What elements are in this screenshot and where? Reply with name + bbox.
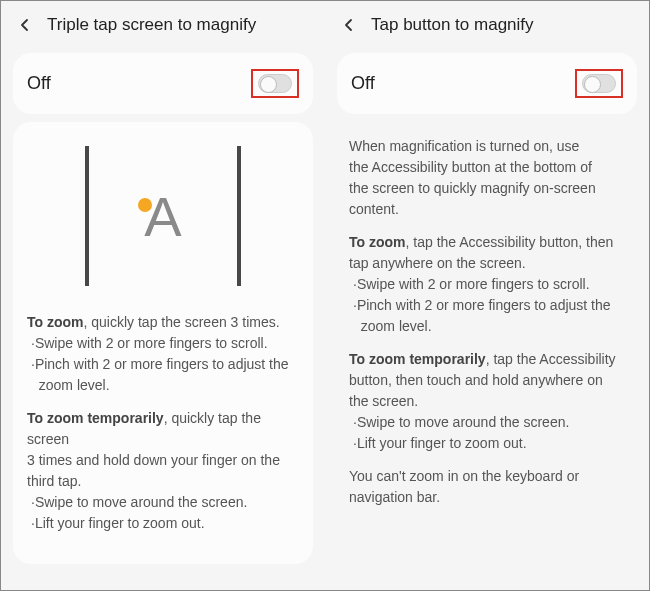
zoom-bullet-2: ·Pinch with 2 or more fingers to adjust … [27, 356, 289, 372]
temp-l2: 3 times and hold down your finger on the [27, 452, 280, 468]
intro-l2: the Accessibility button at the bottom o… [349, 159, 592, 175]
back-icon[interactable] [339, 15, 359, 35]
temp-paragraph: To zoom temporarily, tap the Accessibili… [349, 349, 625, 454]
temp-l2: button, then touch and hold anywhere on [349, 372, 603, 388]
note-paragraph: You can't zoom in on the keyboard or nav… [349, 466, 625, 508]
back-icon[interactable] [15, 15, 35, 35]
temp-bold: To zoom temporarily [349, 351, 486, 367]
page-title: Tap button to magnify [371, 15, 534, 35]
temp-text: , tap the Accessibility [486, 351, 616, 367]
zoom-paragraph: To zoom, tap the Accessibility button, t… [349, 232, 625, 337]
temp-bullet-1: ·Swipe to move around the screen. [27, 494, 247, 510]
zoom-bullet-2b: zoom level. [349, 318, 432, 334]
temp-bullet-2: ·Lift your finger to zoom out. [27, 515, 205, 531]
instructions: When magnification is turned on, use the… [325, 122, 649, 534]
intro-l4: content. [349, 201, 399, 217]
temp-bullet-2: ·Lift your finger to zoom out. [349, 435, 527, 451]
intro-paragraph: When magnification is turned on, use the… [349, 136, 625, 220]
master-toggle-row[interactable]: Off [13, 53, 313, 114]
zoom-paragraph: To zoom, quickly tap the screen 3 times.… [27, 312, 299, 396]
zoom-bullet-2: ·Pinch with 2 or more fingers to adjust … [349, 297, 611, 313]
temp-bold: To zoom temporarily [27, 410, 164, 426]
temp-bullet-1: ·Swipe to move around the screen. [349, 414, 569, 430]
toggle-switch[interactable] [582, 74, 616, 93]
temp-paragraph: To zoom temporarily, quickly tap the scr… [27, 408, 299, 534]
toggle-switch[interactable] [258, 74, 292, 93]
zoom-bullet-2b: zoom level. [27, 377, 110, 393]
header: Triple tap screen to magnify [1, 1, 325, 45]
zoom-text: , tap the Accessibility button, then [406, 234, 614, 250]
temp-l3: the screen. [349, 393, 418, 409]
note-l1: You can't zoom in on the keyboard or [349, 468, 579, 484]
toggle-label: Off [351, 73, 375, 94]
zoom-bullet-1: ·Swipe with 2 or more fingers to scroll. [27, 335, 268, 351]
toggle-highlight [251, 69, 299, 98]
toggle-highlight [575, 69, 623, 98]
zoom-l2: tap anywhere on the screen. [349, 255, 526, 271]
toggle-label: Off [27, 73, 51, 94]
illustration-letter-a: A [144, 184, 181, 249]
master-toggle-row[interactable]: Off [337, 53, 637, 114]
temp-l3: third tap. [27, 473, 81, 489]
note-l2: navigation bar. [349, 489, 440, 505]
zoom-bullet-1: ·Swipe with 2 or more fingers to scroll. [349, 276, 590, 292]
panel-tap-button: Tap button to magnify Off When magnifica… [325, 1, 649, 590]
header: Tap button to magnify [325, 1, 649, 45]
zoom-bold: To zoom [27, 314, 84, 330]
illustration-bar-left [85, 146, 89, 286]
content-card: A To zoom, quickly tap the screen 3 time… [13, 122, 313, 564]
zoom-text: , quickly tap the screen 3 times. [84, 314, 280, 330]
intro-l3: the screen to quickly magnify on-screen [349, 180, 596, 196]
panel-triple-tap: Triple tap screen to magnify Off A To zo… [1, 1, 325, 590]
magnify-illustration: A [27, 136, 299, 296]
intro-l1: When magnification is turned on, use [349, 138, 579, 154]
illustration-bar-right [237, 146, 241, 286]
illustration-dot-icon [138, 198, 152, 212]
instructions: To zoom, quickly tap the screen 3 times.… [27, 312, 299, 534]
page-title: Triple tap screen to magnify [47, 15, 256, 35]
zoom-bold: To zoom [349, 234, 406, 250]
